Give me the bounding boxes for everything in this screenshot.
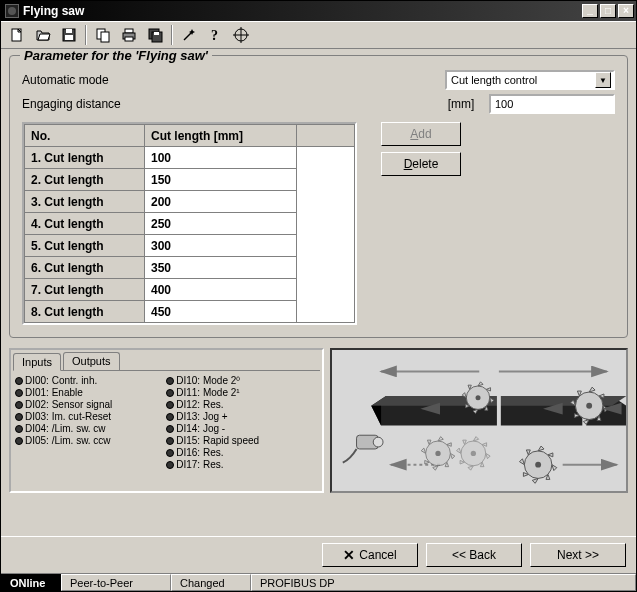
tab-outputs[interactable]: Outputs (63, 352, 120, 370)
svg-marker-24 (371, 406, 381, 426)
svg-rect-4 (65, 35, 73, 40)
led-icon (166, 461, 174, 469)
save-icon[interactable] (57, 24, 81, 46)
led-icon (15, 425, 23, 433)
next-button[interactable]: Next >> (530, 543, 626, 567)
maximize-button[interactable]: □ (600, 4, 616, 18)
cut-length-table[interactable]: No. Cut length [mm] 1. Cut length100 2. … (22, 122, 357, 325)
status-bus: PROFIBUS DP (251, 574, 636, 591)
led-icon (166, 437, 174, 445)
delete-button[interactable]: Delete (381, 152, 461, 176)
svg-rect-12 (154, 32, 159, 35)
led-icon (15, 437, 23, 445)
wizard-footer: ✕ Cancel << Back Next >> (1, 536, 636, 573)
led-icon (15, 413, 23, 421)
parameter-group: Parameter for the 'Flying saw' Automatic… (9, 55, 628, 338)
help-icon[interactable]: ? (203, 24, 227, 46)
wand-icon[interactable] (177, 24, 201, 46)
table-row: 1. Cut length100 (25, 147, 355, 169)
open-icon[interactable] (31, 24, 55, 46)
io-panel: Inputs Outputs DI00: Contr. inh. DI01: E… (9, 348, 324, 493)
status-bar: ONline Peer-to-Peer Changed PROFIBUS DP (1, 573, 636, 591)
svg-rect-9 (125, 37, 133, 41)
engaging-distance-unit: [mm] (441, 97, 481, 111)
title-bar: Flying saw _ □ × (1, 1, 636, 21)
svg-rect-25 (496, 395, 500, 426)
tab-inputs[interactable]: Inputs (13, 353, 61, 371)
copy-icon[interactable] (91, 24, 115, 46)
automatic-mode-label: Automatic mode (22, 73, 222, 87)
diagram-image (330, 348, 628, 493)
svg-text:?: ? (211, 28, 218, 43)
automatic-mode-select[interactable]: Cut length control ▼ (445, 70, 615, 90)
group-legend: Parameter for the 'Flying saw' (20, 49, 212, 63)
io-col-1: DI00: Contr. inh. DI01: Enable DI02: Sen… (15, 375, 166, 471)
new-icon[interactable] (5, 24, 29, 46)
col-no: No. (25, 125, 145, 147)
led-icon (15, 389, 23, 397)
window-title: Flying saw (23, 4, 580, 18)
toolbar: ? (1, 21, 636, 49)
app-window: Flying saw _ □ × ? Parameter for the 'Fl… (0, 0, 637, 592)
status-changed: Changed (171, 574, 251, 591)
automatic-mode-value: Cut length control (451, 74, 537, 86)
status-online: ONline (1, 574, 61, 591)
led-icon (166, 425, 174, 433)
col-cutlength: Cut length [mm] (145, 125, 297, 147)
svg-rect-3 (66, 29, 72, 33)
led-icon (166, 449, 174, 457)
close-button[interactable]: × (618, 4, 634, 18)
led-icon (166, 377, 174, 385)
led-icon (15, 401, 23, 409)
engaging-distance-label: Engaging distance (22, 97, 222, 111)
svg-line-13 (184, 32, 192, 40)
status-peer: Peer-to-Peer (61, 574, 171, 591)
svg-rect-7 (125, 29, 133, 33)
svg-point-0 (8, 7, 16, 15)
col-blank (297, 125, 355, 147)
led-icon (166, 389, 174, 397)
led-icon (15, 377, 23, 385)
io-col-2: DI10: Mode 2⁰ DI11: Mode 2¹ DI12: Res. D… (166, 375, 317, 471)
chevron-down-icon: ▼ (595, 72, 611, 88)
saveall-icon[interactable] (143, 24, 167, 46)
add-button[interactable]: Add (381, 122, 461, 146)
close-icon: ✕ (343, 547, 355, 563)
led-icon (166, 413, 174, 421)
app-icon (5, 4, 19, 18)
minimize-button[interactable]: _ (582, 4, 598, 18)
led-icon (166, 401, 174, 409)
cancel-button[interactable]: ✕ Cancel (322, 543, 418, 567)
print-icon[interactable] (117, 24, 141, 46)
svg-point-28 (373, 437, 383, 447)
svg-rect-6 (101, 32, 109, 42)
back-button[interactable]: << Back (426, 543, 522, 567)
target-icon[interactable] (229, 24, 253, 46)
engaging-distance-input[interactable]: 100 (489, 94, 615, 114)
